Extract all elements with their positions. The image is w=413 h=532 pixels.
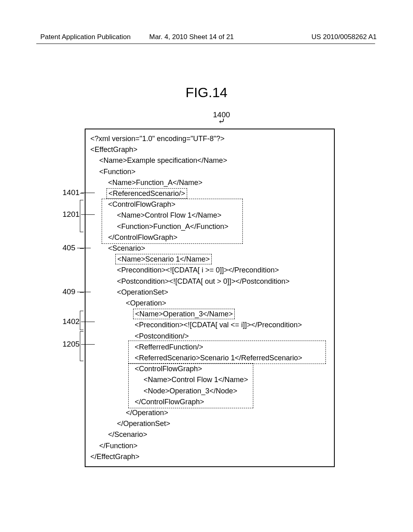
code-line: <Precondition><![CDATA[ i >= 0]]></Preco… — [90, 265, 331, 276]
code-line: <Name>Example specification</Name> — [90, 155, 331, 166]
code-line: </OperationSet> — [90, 418, 331, 429]
header-right: US 2010/0058262 A1 — [311, 33, 377, 41]
code-line: <ControlFlowGraph> — [90, 199, 331, 210]
code-line: <Operation> — [90, 298, 331, 309]
code-line: <Function> — [90, 166, 331, 177]
code-line: <Precondition><![CDATA[ val <= i]]></Pre… — [90, 320, 331, 330]
leader-brace — [80, 200, 84, 232]
code-line: <Postcondition/> — [90, 331, 331, 342]
code-line: <OperationSet> — [90, 287, 331, 298]
code-line: <ControlFlowGraph> — [90, 364, 331, 374]
code-line: <Postcondition><![CDATA[ out > 0]]></Pos… — [90, 276, 331, 287]
code-line: <Name>Function_A</Name> — [90, 177, 331, 188]
code-line: </Scenario> — [90, 429, 331, 440]
leader-brace — [80, 311, 84, 330]
code-line: </ControlFlowGraph> — [90, 397, 331, 407]
code-line: <RefferredFunction/> — [90, 342, 331, 353]
page-header: Patent Application Publication Mar. 4, 2… — [0, 33, 413, 41]
figure-title: FIG.14 — [0, 85, 413, 100]
code-line: </Function> — [90, 441, 331, 451]
xml-code-box: <?xml version="1.0" encoding="UTF-8"?> <… — [85, 129, 335, 467]
code-line-dashed-409: <Name>Operation_3</Name> — [90, 309, 331, 320]
code-line: <ReferredScenario>Scenario 1</ReferredSc… — [90, 353, 331, 364]
code-line: </ControlFlowGraph> — [90, 232, 331, 243]
code-line: <EffectGraph> — [90, 144, 331, 155]
callout-1400: 1400 ⤶ — [213, 110, 230, 124]
header-left: Patent Application Publication — [40, 33, 131, 41]
code-line: </EffectGraph> — [90, 451, 331, 462]
code-line: <?xml version="1.0" encoding="UTF-8"?> — [90, 133, 331, 144]
header-center: Mar. 4, 2010 Sheet 14 of 21 — [149, 33, 234, 41]
leader-tick — [80, 248, 84, 249]
code-line: <Node>Operation_3</Node> — [90, 386, 331, 397]
code-line: <Scenario> — [90, 243, 331, 254]
code-line-dashed-1401: <ReferencedScenario/> — [90, 188, 331, 199]
code-line: </Operation> — [90, 407, 331, 418]
code-line: <Name>Control Flow 1</Name> — [90, 374, 331, 385]
code-line: <Function>Function_A</Function> — [90, 221, 331, 232]
header-rule — [36, 44, 375, 44]
leader-tick — [80, 292, 84, 293]
code-line: <Name>Control Flow 1</Name> — [90, 210, 331, 221]
callout-1400-arrow: ⤶ — [213, 118, 230, 124]
leader-brace — [80, 331, 84, 361]
leader-tick — [80, 193, 84, 193]
code-line-dashed-405: <Name>Scenario 1</Name> — [90, 254, 331, 265]
